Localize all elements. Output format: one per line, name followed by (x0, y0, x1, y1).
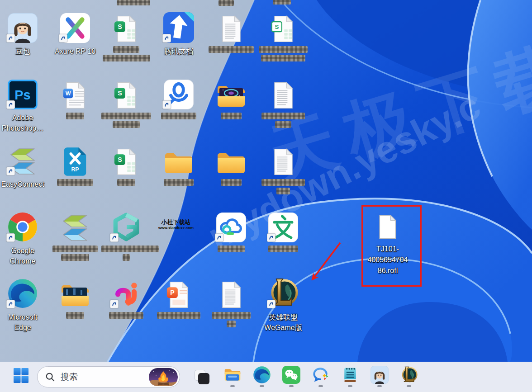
desktop-icon-spreadsheet-file-4[interactable]: S (101, 144, 151, 188)
desktop-icon-cloud-app[interactable] (206, 211, 256, 254)
desktop-icon-spreadsheet-file-3[interactable]: S (101, 78, 151, 130)
microsoft-edge-icon (253, 366, 271, 384)
desktop-icon-text-file-1[interactable] (206, 11, 256, 55)
desktop-icon-text-file-2[interactable] (258, 78, 308, 130)
taskbar-app-wecom[interactable] (311, 366, 331, 387)
censored-label (258, 246, 308, 252)
wen-icon (264, 211, 302, 242)
censored-label (154, 312, 204, 319)
desktop-icon-text-file-4[interactable] (206, 277, 256, 329)
shortcut-arrow-icon (6, 100, 15, 109)
icon-label: 英雄联盟WeGame版 (258, 312, 308, 333)
censored-label (101, 46, 151, 61)
file-explorer-icon (223, 366, 242, 384)
taskbar (0, 362, 532, 392)
running-indicator (318, 385, 323, 387)
task-view-front-square-icon (198, 373, 209, 384)
shortcut-arrow-icon (6, 34, 15, 43)
taskbar-app-doubao[interactable] (370, 366, 390, 387)
search-input[interactable] (60, 372, 144, 383)
svg-text:S: S (118, 90, 122, 97)
censored-label-fragment (117, 0, 150, 5)
icon-label: MicrosoftEdge (0, 312, 48, 333)
running-indicator (230, 385, 235, 387)
wechat-icon (282, 366, 300, 384)
running-indicator (407, 385, 411, 387)
desktop-icon-tencent-docs[interactable]: 腾讯文档 (154, 11, 204, 57)
search-highlight-image[interactable] (149, 368, 178, 386)
censored-label (50, 246, 100, 261)
censored-label (206, 46, 256, 53)
desktop-icon-g-cube-app[interactable] (101, 211, 151, 263)
desktop-icon-spreadsheet-file-1[interactable]: S (101, 11, 151, 63)
shortcut-arrow-icon (162, 100, 171, 109)
desktop-icon-doubao[interactable]: 豆包 (0, 11, 48, 57)
doubao-icon (4, 11, 42, 43)
rpfile-icon: RP (56, 144, 94, 176)
icon-label: Axure RP 10 (50, 46, 100, 57)
folder-icon (212, 144, 250, 176)
icon-label: 豆包 (0, 46, 48, 57)
desktop-icon-powerpoint-file[interactable]: P (154, 277, 204, 321)
censored-label (258, 113, 308, 128)
shortcut-arrow-icon (110, 300, 119, 308)
taskbar-app-file-explorer[interactable] (223, 366, 242, 387)
censored-label (50, 113, 100, 119)
notepad-icon (341, 366, 359, 384)
desktop-icon-replay-file[interactable]: TJ101-400565470486.rofl (363, 209, 413, 276)
sfile2-icon: S (264, 11, 302, 43)
desktop-icon-folder-2[interactable] (206, 144, 256, 188)
ec-icon (56, 211, 94, 242)
desktop-icon-voice-app[interactable] (154, 78, 204, 121)
shortcut-arrow-icon (162, 34, 171, 43)
desktop-icon-text-file-3[interactable] (258, 144, 308, 196)
desktop-icon-folder-galaxy[interactable] (206, 78, 256, 121)
svg-text:S: S (275, 24, 279, 30)
running-indicator (377, 385, 382, 387)
icon-label: 腾讯文档 (154, 46, 204, 57)
desktop-icon-lol-wegame[interactable]: 英雄联盟WeGame版 (258, 277, 308, 333)
sfile-icon: S (107, 11, 145, 43)
desktop-icon-google-chrome[interactable]: GoogleChrome (0, 211, 48, 266)
desktop-icon-axure-rp-10[interactable]: Axure RP 10 (50, 11, 100, 57)
censored-label (101, 246, 151, 261)
desktop-icon-axure-rp-file[interactable]: RP (50, 144, 100, 188)
shortcut-arrow-icon (267, 233, 276, 242)
desktop[interactable]: 天极下载 mydown.yesky.c 小杜下载站 www.xiaoduxz.c… (0, 0, 532, 362)
taskbar-search[interactable] (37, 366, 180, 387)
taskbar-app-league-of-legends[interactable] (399, 366, 419, 387)
censored-label (258, 179, 308, 194)
folderimg-icon (212, 78, 250, 109)
svg-text:S: S (118, 156, 122, 163)
desktop-icon-photoshop[interactable]: PsAdobePhotoshop… (0, 78, 48, 133)
desktop-icon-word-file[interactable]: W (50, 78, 100, 121)
svg-text:S: S (118, 23, 122, 30)
shortcut-arrow-icon (215, 233, 223, 242)
tdocs-icon (160, 11, 198, 43)
icon-label: TJ101-400565470486.rofl (363, 244, 413, 276)
shortcut-arrow-icon (267, 300, 276, 308)
desktop-icon-microsoft-edge[interactable]: MicrosoftEdge (0, 277, 48, 333)
desktop-icon-easyconnect[interactable]: EasyConnect (0, 144, 48, 189)
rofl-icon (369, 209, 407, 241)
desktop-icon-docs-app[interactable] (258, 211, 308, 254)
txt-icon (264, 144, 302, 176)
censored-label (206, 179, 256, 186)
desktop-icon-folder-image[interactable] (50, 277, 100, 321)
task-view-button[interactable] (193, 368, 212, 387)
taskbar-app-microsoft-edge[interactable] (252, 366, 272, 387)
taskbar-app-notepad[interactable] (340, 366, 360, 387)
start-button[interactable] (10, 365, 32, 387)
desktop-icon-hi-app[interactable] (101, 277, 151, 321)
taskbar-app-wechat[interactable] (281, 366, 301, 387)
desktop-icon-spreadsheet-file-2[interactable]: S (258, 11, 308, 63)
folderimg2-icon (56, 277, 94, 309)
icon-label: AdobePhotoshop… (0, 113, 48, 133)
desktop-icon-easyconnect-installer[interactable] (50, 211, 100, 263)
censored-label (101, 113, 151, 128)
svg-text:RP: RP (71, 166, 79, 173)
search-icon (45, 372, 55, 382)
running-indicator (289, 385, 294, 387)
desktop-icon-folder-1[interactable] (154, 144, 204, 188)
censored-label (154, 113, 204, 119)
